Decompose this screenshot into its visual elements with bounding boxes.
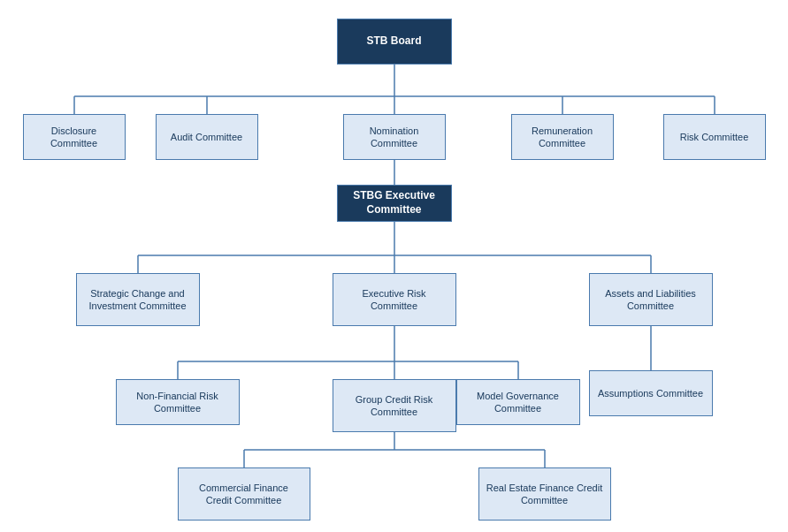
strategic-label: Strategic Change and Investment Committe… bbox=[84, 287, 192, 313]
model-governance-node: Model Governance Committee bbox=[456, 379, 580, 425]
group-credit-node: Group Credit Risk Committee bbox=[333, 379, 456, 432]
non-financial-node: Non-Financial Risk Committee bbox=[116, 379, 240, 425]
group-credit-label: Group Credit Risk Committee bbox=[340, 393, 448, 419]
nomination-node: Nomination Committee bbox=[343, 114, 446, 160]
assumptions-label: Assumptions Committee bbox=[598, 387, 703, 399]
risk-label: Risk Committee bbox=[680, 131, 749, 143]
assets-label: Assets and Liabilities Committee bbox=[597, 287, 705, 313]
stb-board-node: STB Board bbox=[337, 19, 452, 65]
real-estate-label: Real Estate Finance Credit Committee bbox=[486, 482, 603, 507]
audit-node: Audit Committee bbox=[156, 114, 258, 160]
model-governance-label: Model Governance Committee bbox=[464, 390, 572, 415]
stbg-exec-node: STBG Executive Committee bbox=[337, 185, 452, 222]
commercial-finance-label: Commercial Finance Credit Committee bbox=[186, 482, 302, 507]
org-chart: STB Board Disclosure Committee Audit Com… bbox=[14, 10, 775, 522]
audit-label: Audit Committee bbox=[171, 131, 242, 143]
disclosure-label: Disclosure Committee bbox=[31, 125, 118, 150]
assets-node: Assets and Liabilities Committee bbox=[589, 273, 713, 326]
real-estate-node: Real Estate Finance Credit Committee bbox=[478, 467, 611, 521]
stb-board-label: STB Board bbox=[366, 34, 421, 49]
stbg-exec-label: STBG Executive Committee bbox=[345, 189, 444, 217]
nomination-label: Nomination Committee bbox=[351, 125, 438, 150]
commercial-finance-node: Commercial Finance Credit Committee bbox=[178, 467, 310, 521]
exec-risk-label: Executive Risk Committee bbox=[340, 287, 448, 313]
exec-risk-node: Executive Risk Committee bbox=[333, 273, 456, 326]
assumptions-node: Assumptions Committee bbox=[589, 370, 713, 416]
non-financial-label: Non-Financial Risk Committee bbox=[124, 390, 232, 415]
risk-node: Risk Committee bbox=[663, 114, 766, 160]
remuneration-node: Remuneration Committee bbox=[511, 114, 614, 160]
strategic-node: Strategic Change and Investment Committe… bbox=[76, 273, 200, 326]
connector-lines bbox=[14, 10, 775, 522]
disclosure-node: Disclosure Committee bbox=[23, 114, 126, 160]
remuneration-label: Remuneration Committee bbox=[519, 125, 606, 150]
